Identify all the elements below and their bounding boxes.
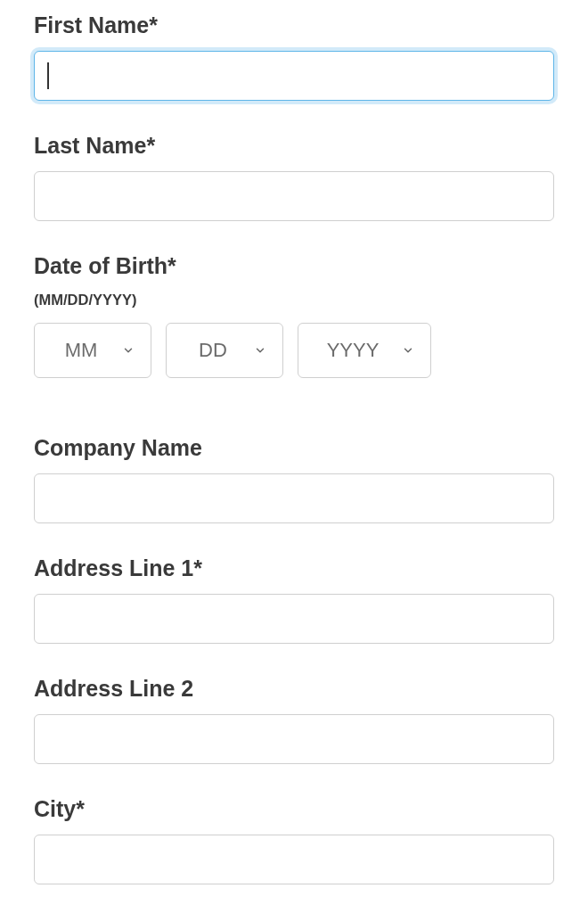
last-name-group: Last Name* (34, 133, 554, 221)
dob-hint: (MM/DD/YYYY) (34, 292, 554, 308)
last-name-input[interactable] (34, 171, 554, 221)
city-label: City* (34, 796, 554, 822)
dob-day-select[interactable]: DD (166, 323, 283, 378)
address2-input[interactable] (34, 714, 554, 764)
address1-group: Address Line 1* (34, 555, 554, 644)
dob-group: Date of Birth* (MM/DD/YYYY) MM DD YYYY (34, 253, 554, 378)
dob-month-placeholder: MM (56, 339, 106, 362)
chevron-down-icon (402, 344, 414, 357)
city-input[interactable] (34, 835, 554, 884)
company-label: Company Name (34, 435, 554, 461)
first-name-input[interactable] (34, 51, 554, 101)
chevron-down-icon (254, 344, 266, 357)
city-group: City* (34, 796, 554, 884)
first-name-group: First Name* (34, 12, 554, 101)
address2-group: Address Line 2 (34, 676, 554, 764)
address1-label: Address Line 1* (34, 555, 554, 581)
address2-label: Address Line 2 (34, 676, 554, 702)
dob-selects: MM DD YYYY (34, 323, 554, 378)
company-input[interactable] (34, 473, 554, 523)
first-name-label: First Name* (34, 12, 554, 38)
last-name-label: Last Name* (34, 133, 554, 159)
dob-month-select[interactable]: MM (34, 323, 151, 378)
address1-input[interactable] (34, 594, 554, 644)
company-group: Company Name (34, 435, 554, 523)
personal-info-form: First Name* Last Name* Date of Birth* (M… (0, 0, 588, 884)
dob-label: Date of Birth* (34, 253, 554, 279)
dob-year-placeholder: YYYY (320, 339, 386, 362)
dob-day-placeholder: DD (188, 339, 238, 362)
chevron-down-icon (122, 344, 135, 357)
dob-year-select[interactable]: YYYY (298, 323, 431, 378)
